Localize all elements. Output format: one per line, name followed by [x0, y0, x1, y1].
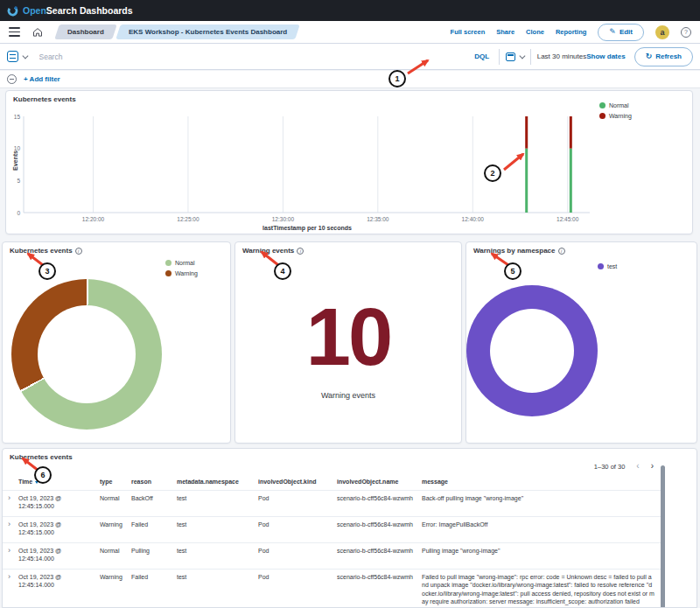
kubernetes-events-donut-panel: Kubernetes eventsi Normal Warning	[2, 241, 231, 444]
calendar-icon	[506, 52, 515, 61]
avatar[interactable]: a	[655, 25, 669, 39]
clone-link[interactable]: Clone	[526, 28, 544, 36]
breadcrumb-current-dashboard[interactable]: EKS Workshop - Kubernetes Events Dashboa…	[116, 24, 300, 39]
edit-button[interactable]: ✎Edit	[598, 24, 644, 41]
cell-message: Pulling image "wrong-image"	[422, 547, 662, 565]
histogram-bar-normal[interactable]	[525, 149, 528, 213]
column-header-type: type	[100, 478, 131, 486]
cell-namespace: test	[177, 494, 258, 513]
events-donut-chart[interactable]	[11, 279, 162, 430]
panel-title: Warnings by namespacei	[473, 247, 565, 255]
table-row: › Oct 19, 2023 @ 12:45:14.000 Warning Fa…	[3, 569, 662, 608]
previous-page-icon[interactable]: ‹	[636, 462, 639, 471]
help-icon[interactable]: ?	[681, 27, 691, 38]
cell-reason: Pulling	[131, 547, 177, 565]
cell-time: Oct 19, 2023 @ 12:45:15.000	[18, 494, 100, 513]
table-row: › Oct 19, 2023 @ 12:45:15.000 Normal Bac…	[3, 490, 662, 516]
cell-type: Warning	[100, 521, 131, 539]
cell-type: Normal	[100, 547, 131, 565]
show-dates-link[interactable]: Show dates	[586, 52, 625, 60]
opensearch-dashboards-page: OpenSearchDashboards Dashboard EKS Works…	[0, 0, 700, 608]
legend-item-test[interactable]: test	[598, 263, 617, 269]
dql-selector[interactable]: DQL	[474, 52, 489, 60]
info-icon[interactable]: i	[75, 248, 82, 255]
filter-options-icon[interactable]	[7, 74, 17, 84]
svg-text:12:45:00: 12:45:00	[556, 216, 579, 222]
svg-text:12:25:00: 12:25:00	[177, 216, 200, 222]
query-bar: DQL Last 30 minutes Show dates ↻Refresh	[0, 44, 700, 70]
breadcrumb-dashboard[interactable]: Dashboard	[54, 24, 116, 39]
expand-row-icon[interactable]: ›	[8, 494, 18, 513]
cell-name: scenario-b-cff56c84-wzwmh	[337, 494, 422, 513]
brand-text: OpenSearchDashboards	[23, 5, 133, 16]
legend-item-normal[interactable]: Normal	[165, 260, 198, 266]
expand-row-icon[interactable]: ›	[8, 547, 18, 565]
add-filter-link[interactable]: + Add filter	[24, 75, 60, 83]
namespace-donut-chart[interactable]	[466, 285, 598, 416]
saved-query-icon[interactable]	[7, 51, 18, 62]
cell-name: scenario-b-cff56c84-wzwmh	[337, 573, 422, 606]
cell-kind: Pod	[258, 521, 337, 539]
pencil-icon: ✎	[609, 28, 616, 36]
cell-type: Warning	[100, 573, 131, 606]
date-picker-button[interactable]	[506, 52, 524, 61]
home-icon[interactable]	[32, 27, 43, 38]
x-axis-label: lastTimestamp per 10 seconds	[176, 225, 438, 231]
search-input[interactable]	[39, 52, 472, 61]
histogram-bar-warning[interactable]	[570, 116, 572, 149]
column-header-time[interactable]: Time	[18, 478, 100, 486]
saved-query-chevron-down-icon[interactable]	[23, 53, 28, 59]
cell-message: Error: ImagePullBackOff	[422, 521, 662, 539]
next-page-icon[interactable]: ›	[651, 462, 654, 471]
cell-type: Normal	[100, 494, 131, 513]
panel-title: Kubernetes eventsi	[10, 247, 82, 255]
opensearch-logo[interactable]: OpenSearchDashboards	[7, 5, 133, 17]
legend-item-warning[interactable]: Warning	[599, 113, 632, 119]
normal-legend-dot	[599, 102, 606, 108]
svg-text:12:30:00: 12:30:00	[272, 216, 295, 222]
cell-message: Failed to pull image "wrong-image": rpc …	[422, 573, 662, 606]
events-histogram-chart: 12:20:0012:25:0012:30:0012:35:0012:40:00…	[6, 109, 694, 232]
column-header-name: involvedObject.name	[337, 478, 422, 486]
opensearch-swirl-icon	[7, 5, 18, 17]
svg-text:12:20:00: 12:20:00	[82, 216, 105, 222]
column-header-reason: reason	[131, 478, 177, 486]
expand-row-icon[interactable]: ›	[8, 521, 18, 539]
full-screen-link[interactable]: Full screen	[451, 28, 486, 36]
svg-text:12:35:00: 12:35:00	[367, 216, 389, 222]
histogram-bar-normal[interactable]	[570, 149, 572, 213]
pagination: 1–30 of 30 ‹ ›	[594, 462, 654, 471]
cell-namespace: test	[177, 547, 258, 565]
svg-text:12:40:00: 12:40:00	[462, 216, 485, 222]
refresh-button[interactable]: ↻Refresh	[634, 47, 693, 66]
time-range-value[interactable]: Last 30 minutes	[537, 52, 586, 60]
cell-reason: BackOff	[131, 494, 177, 513]
expand-row-icon[interactable]: ›	[8, 573, 18, 606]
annotation-circle-3: 3	[38, 262, 56, 280]
cell-time: Oct 19, 2023 @ 12:45:14.000	[18, 573, 100, 606]
panel-title: Kubernetes events	[10, 453, 73, 461]
table-scrollbar[interactable]	[661, 465, 665, 608]
histogram-bar-warning[interactable]	[525, 116, 528, 149]
divider	[530, 49, 531, 65]
cell-time: Oct 19, 2023 @ 12:45:15.000	[18, 521, 100, 539]
svg-text:15: 15	[14, 114, 21, 120]
legend-item-normal[interactable]: Normal	[599, 102, 632, 108]
table-header-row: Time type reason metadata.namespace invo…	[3, 475, 662, 490]
legend-item-warning[interactable]: Warning	[165, 270, 198, 276]
panel-title: Kubernetes events	[13, 95, 76, 103]
reporting-link[interactable]: Reporting	[556, 28, 586, 36]
nav-bar: Dashboard EKS Workshop - Kubernetes Even…	[0, 21, 700, 44]
share-link[interactable]: Share	[496, 28, 514, 36]
info-icon[interactable]: i	[297, 248, 304, 255]
cell-reason: Failed	[131, 521, 177, 539]
svg-text:0: 0	[17, 210, 20, 216]
info-icon[interactable]: i	[558, 248, 565, 255]
cell-namespace: test	[177, 521, 258, 539]
menu-hamburger-icon[interactable]	[9, 27, 20, 36]
cell-namespace: test	[177, 573, 258, 606]
warning-legend-dot	[599, 113, 606, 119]
column-header-message: message	[422, 478, 662, 486]
y-axis-label: Events	[12, 139, 18, 183]
histogram-legend: Normal Warning	[599, 102, 632, 119]
